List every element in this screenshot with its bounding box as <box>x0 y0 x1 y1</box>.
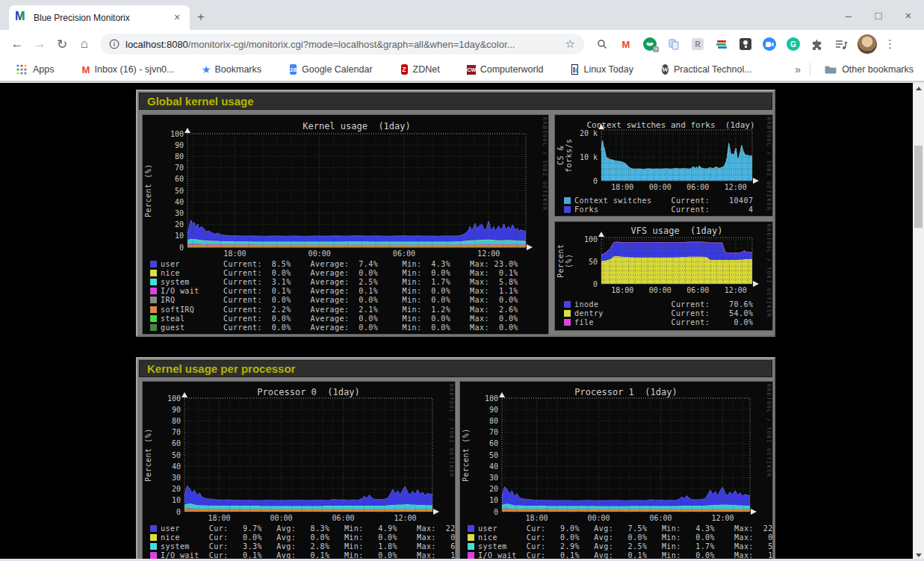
bookmark-star-icon[interactable]: ☆ <box>565 37 575 51</box>
bookmark-inbox-16-sjvn0-[interactable]: MInbox (16) - sjvn0... <box>72 63 175 75</box>
bookmark-zdnet[interactable]: ZZDNet <box>391 63 440 75</box>
scrollbar-up-arrow[interactable] <box>913 83 924 94</box>
legend-row: Forks Current: 4 <box>564 205 753 214</box>
bookmarks-separator <box>810 63 810 76</box>
svg-text:90: 90 <box>489 406 498 414</box>
svg-text:00:00: 00:00 <box>649 183 672 191</box>
bookmark-apps[interactable]: Apps <box>10 63 55 75</box>
svg-text:18:00: 18:00 <box>223 249 246 258</box>
zoom-icon[interactable] <box>762 37 777 52</box>
svg-text:40: 40 <box>489 462 498 471</box>
maximize-button[interactable]: □ <box>869 9 888 22</box>
copy-pages-icon[interactable] <box>666 37 681 52</box>
svg-text:00:00: 00:00 <box>308 249 331 258</box>
legend-text: nice Cur: 0.0% Avg: 0.0% Min: 0.0% Max: … <box>478 533 773 542</box>
legend-text: user Cur: 9.0% Avg: 7.5% Min: 4.3% Max: … <box>478 524 773 533</box>
kernel-usage-graph[interactable]: Kernel usage (1day) Percent (%) RRDTOOL … <box>142 114 549 335</box>
legend-swatch <box>150 552 157 559</box>
processor-0-graph[interactable]: Processor 0 (1day) Percent (%) RRDTOOL /… <box>142 381 456 559</box>
svg-text:18:00: 18:00 <box>208 514 230 522</box>
close-button[interactable]: × <box>899 9 918 22</box>
browser-titlebar: MM Blue Precision Monitorix × + –□× <box>0 0 924 30</box>
puzzle-icon[interactable] <box>810 37 825 52</box>
legend-text: I/O wait Cur: 0.1% Avg: 0.1% Min: 0.0% M… <box>478 551 773 559</box>
profile-avatar[interactable] <box>858 34 877 54</box>
extension-icons: M?RG <box>595 37 849 52</box>
browser-tab[interactable]: MM Blue Precision Monitorix × <box>9 5 190 30</box>
legend-text: user Current: 8.5% Average: 7.4% Min: 4.… <box>161 260 518 268</box>
svg-text:90: 90 <box>175 141 184 149</box>
voice-icon[interactable]: ? <box>642 37 657 52</box>
svg-text:10: 10 <box>489 496 498 504</box>
info-icon[interactable] <box>109 39 120 49</box>
browser-window: { "window_controls": [ {"name": "minimiz… <box>0 0 924 561</box>
legend-text: IRQ Current: 0.0% Average: 0.0% Min: 0.0… <box>161 296 518 304</box>
svg-text:50: 50 <box>489 451 498 459</box>
r-extension-icon[interactable]: R <box>690 37 705 52</box>
bookmark-label: Google Calendar <box>302 64 373 75</box>
legend-row: softIRQ Current: 2.2% Average: 2.1% Min:… <box>150 305 518 314</box>
legend-text: dentry Current: 54.0% <box>574 309 753 317</box>
legend-swatch <box>564 319 571 326</box>
bookmark-computerworld[interactable]: CWComputerworld <box>458 63 544 75</box>
bookmark-practical-technol-[interactable]: WPractical Technol... <box>651 63 752 75</box>
keep-icon[interactable] <box>738 37 753 52</box>
reload-icon[interactable]: ↻ <box>51 37 73 52</box>
svg-text:40: 40 <box>175 198 184 206</box>
bookmark-google-calendar[interactable]: 28Google Calendar <box>279 63 373 75</box>
svg-text:06:00: 06:00 <box>332 514 354 522</box>
svg-text:70: 70 <box>489 428 498 436</box>
legend-row: IRQ Current: 0.0% Average: 0.0% Min: 0.0… <box>150 296 518 305</box>
legend-swatch <box>468 543 474 550</box>
forward-icon[interactable]: → <box>28 37 51 52</box>
legend-text: I/O wait Current: 0.1% Average: 0.1% Min… <box>161 287 518 295</box>
bookmark-label: Practical Technol... <box>674 64 752 75</box>
vertical-scrollbar[interactable] <box>913 83 924 561</box>
legend-row: Context switches Current: 10407 <box>564 196 753 205</box>
svg-text:06:00: 06:00 <box>393 249 415 258</box>
svg-text:12:00: 12:00 <box>394 514 416 522</box>
minimize-button[interactable]: – <box>839 9 858 22</box>
browser-toolbar: ← → ↻ ⌂ localhost:8080/monitorix-cgi/mon… <box>0 30 924 58</box>
section-header: Global kernel usage <box>139 93 772 110</box>
other-bookmarks-button[interactable]: Other bookmarks <box>819 63 914 75</box>
svg-text:0: 0 <box>494 508 498 516</box>
svg-text:40: 40 <box>172 462 181 471</box>
vfs-usage-graph[interactable]: VFS usage (1day) Percent (%) RRDTOOL / T… <box>554 221 773 331</box>
bookmark-label: ZDNet <box>413 64 440 75</box>
svg-text:00:00: 00:00 <box>270 514 292 522</box>
tab-close-icon[interactable]: × <box>170 11 184 25</box>
legend-swatch <box>564 310 571 317</box>
grammarly-icon[interactable]: G <box>786 37 801 52</box>
bookmark-linux-today[interactable]: ltLinux Today <box>561 63 633 75</box>
gmail-icon[interactable]: M <box>618 37 633 52</box>
svg-text:06:00: 06:00 <box>649 514 672 522</box>
legend-row: file Current: 0.0% <box>564 317 753 326</box>
zdnet-icon: Z <box>396 63 408 75</box>
svg-text:50: 50 <box>589 258 598 266</box>
back-icon[interactable]: ← <box>6 37 28 52</box>
url-text[interactable]: localhost:8080/monitorix-cgi/monitorix.c… <box>125 39 559 50</box>
monitorix-page: Global kernel usage Kernel usage (1day) … <box>0 83 913 559</box>
svg-text:100: 100 <box>485 394 498 403</box>
bookmark-bookmarks[interactable]: ★Bookmarks <box>193 63 262 75</box>
svg-text:0: 0 <box>593 280 598 288</box>
scrollbar-thumb[interactable] <box>914 146 923 228</box>
lt-icon: lt <box>566 63 578 75</box>
bookmarks-overflow-icon[interactable]: » <box>795 63 801 75</box>
new-tab-button[interactable]: + <box>197 10 205 23</box>
processor-1-graph[interactable]: Processor 1 (1day) Percent (%) RRDTOOL /… <box>459 381 773 559</box>
context-switches-graph[interactable]: Context switches and forks (1day) CS & f… <box>554 114 773 217</box>
url-bar[interactable]: localhost:8080/monitorix-cgi/monitorix.c… <box>100 34 584 55</box>
search-icon[interactable] <box>595 37 610 52</box>
browser-menu-icon[interactable]: ⋮ <box>884 37 896 51</box>
books-icon[interactable] <box>714 37 729 52</box>
playlist-icon[interactable] <box>834 37 849 52</box>
legend-row: system Current: 3.1% Average: 2.5% Min: … <box>150 277 518 286</box>
legend-text: nice Current: 0.0% Average: 0.0% Min: 0.… <box>161 269 518 277</box>
wp-icon: W <box>657 63 669 75</box>
legend-row: system Cur: 2.9% Avg: 2.5% Min: 1.7% Max… <box>468 542 773 551</box>
bookmark-label: Linux Today <box>583 64 633 75</box>
svg-text:0: 0 <box>593 177 598 185</box>
home-icon[interactable]: ⌂ <box>73 37 96 52</box>
